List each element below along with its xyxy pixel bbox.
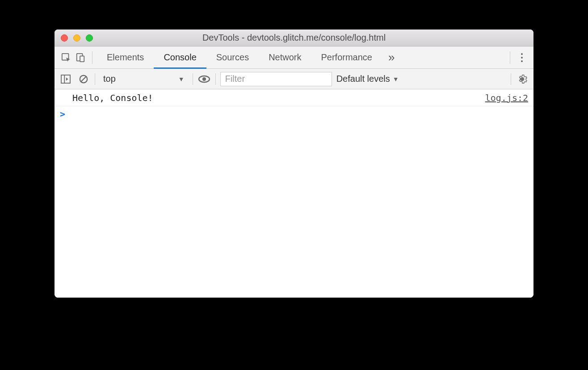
tab-label: Elements — [107, 52, 144, 63]
console-output: Hello, Console! log.js:2 > — [55, 89, 533, 298]
chevron-down-icon: ▼ — [393, 76, 399, 83]
svg-point-9 — [521, 78, 524, 80]
tab-label: Performance — [321, 52, 373, 63]
svg-point-8 — [202, 77, 206, 81]
tab-label: Sources — [216, 52, 249, 63]
log-source-link[interactable]: log.js:2 — [485, 92, 528, 103]
divider — [193, 73, 193, 85]
execution-context-selector[interactable]: top ▼ — [100, 73, 188, 85]
log-message: Hello, Console! — [72, 92, 485, 103]
svg-line-6 — [81, 76, 86, 81]
context-label: top — [103, 74, 116, 84]
device-toolbar-icon[interactable] — [73, 50, 88, 65]
chevron-down-icon: ▼ — [178, 76, 185, 83]
chevron-right-double-icon: » — [388, 50, 395, 64]
divider — [215, 73, 216, 85]
titlebar: DevTools - devtools.glitch.me/console/lo… — [55, 29, 533, 46]
toggle-console-sidebar-icon[interactable] — [59, 72, 72, 86]
divider — [511, 73, 511, 85]
minimize-window-button[interactable] — [73, 34, 80, 42]
clear-console-icon[interactable] — [77, 72, 90, 86]
tab-network[interactable]: Network — [259, 46, 311, 69]
svg-rect-3 — [61, 75, 70, 83]
divider — [92, 51, 92, 64]
tab-console[interactable]: Console — [154, 46, 206, 69]
window-controls — [55, 34, 93, 42]
tab-label: Network — [269, 52, 301, 63]
devtools-window: DevTools - devtools.glitch.me/console/lo… — [55, 29, 533, 298]
window-title: DevTools - devtools.glitch.me/console/lo… — [55, 33, 533, 43]
zoom-window-button[interactable] — [86, 34, 93, 42]
console-prompt[interactable]: > — [55, 106, 533, 122]
svg-rect-2 — [80, 56, 84, 62]
console-settings-icon[interactable] — [516, 72, 529, 86]
live-expression-icon[interactable] — [197, 72, 211, 86]
filter-input[interactable] — [220, 72, 332, 86]
levels-label: Default levels — [336, 74, 390, 84]
tab-performance[interactable]: Performance — [311, 46, 382, 69]
divider — [95, 73, 95, 85]
devtools-tabbar: Elements Console Sources Network Perform… — [55, 46, 533, 69]
log-levels-selector[interactable]: Default levels ▼ — [336, 74, 399, 84]
tab-label: Console — [164, 52, 196, 63]
console-toolbar: top ▼ Default levels ▼ — [55, 69, 533, 89]
divider — [510, 51, 510, 64]
close-window-button[interactable] — [61, 34, 68, 42]
more-options-button[interactable] — [515, 53, 529, 62]
prompt-caret-icon: > — [60, 109, 70, 119]
tab-sources[interactable]: Sources — [206, 46, 259, 69]
tabs-overflow-button[interactable]: » — [382, 50, 401, 64]
inspect-element-icon[interactable] — [59, 50, 73, 65]
log-entry: Hello, Console! log.js:2 — [55, 89, 533, 106]
tab-elements[interactable]: Elements — [97, 46, 154, 69]
